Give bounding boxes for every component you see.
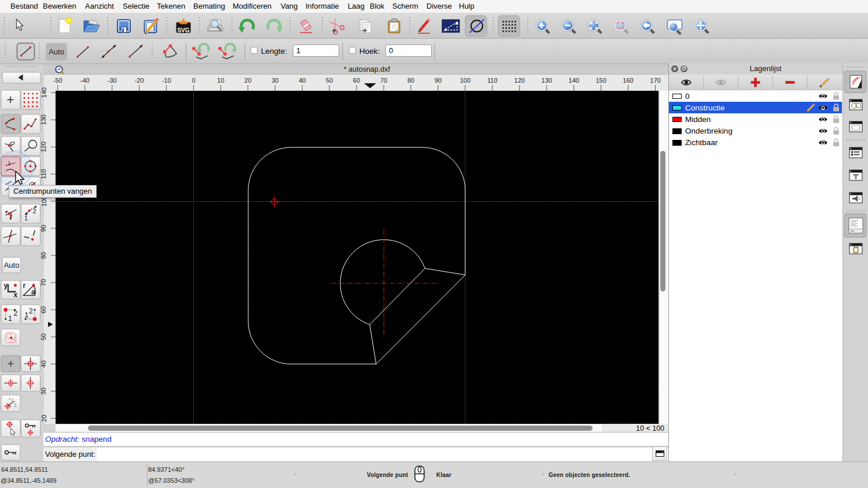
svg-text:1: 1: [25, 311, 29, 319]
svg-text:160: 160: [623, 77, 633, 84]
svg-text:2: 2: [29, 307, 33, 315]
svg-text:20: 20: [41, 415, 47, 422]
svg-text:SVG: SVG: [177, 27, 189, 34]
svg-text:r: r: [23, 282, 26, 290]
svg-text:40: 40: [41, 360, 47, 367]
svg-text:50: 50: [326, 77, 333, 84]
svg-text:-40: -40: [80, 77, 90, 84]
svg-text:110: 110: [487, 77, 498, 84]
svg-text:20: 20: [244, 77, 251, 84]
svg-text:30: 30: [271, 77, 278, 84]
svg-text:60: 60: [353, 77, 360, 84]
svg-text:70: 70: [380, 77, 387, 84]
svg-text:2: 2: [33, 208, 36, 215]
svg-text:1: 1: [24, 215, 28, 221]
svg-text:80: 80: [41, 252, 47, 259]
svg-text:90: 90: [435, 77, 442, 84]
svg-text:y: y: [4, 282, 8, 290]
svg-text:150: 150: [595, 77, 606, 84]
svg-text:10: 10: [217, 77, 224, 84]
svg-text:110: 110: [41, 169, 47, 179]
svg-text:-30: -30: [108, 77, 117, 84]
svg-text:130: 130: [542, 77, 552, 84]
svg-text:120: 120: [514, 77, 525, 84]
svg-text:-20: -20: [135, 77, 144, 84]
svg-text:130: 130: [41, 114, 47, 125]
svg-text:2: 2: [14, 309, 18, 317]
svg-text:60: 60: [41, 306, 47, 313]
svg-text:70: 70: [41, 279, 47, 286]
svg-text:0: 0: [192, 77, 195, 84]
svg-text:-50: -50: [53, 77, 62, 84]
svg-text:100: 100: [460, 77, 470, 84]
svg-text:Auto: Auto: [4, 261, 20, 269]
svg-text:Auto: Auto: [49, 47, 64, 56]
svg-text:140: 140: [569, 77, 579, 84]
svg-text:80: 80: [407, 77, 414, 84]
svg-text:Lagenlijst: Lagenlijst: [750, 64, 782, 73]
svg-text:30: 30: [41, 387, 47, 394]
svg-text:120: 120: [41, 142, 47, 152]
svg-text:90: 90: [41, 225, 47, 232]
svg-text:-10: -10: [162, 77, 171, 84]
svg-text:1: 1: [8, 315, 12, 323]
svg-text:50: 50: [41, 334, 47, 341]
svg-text:170: 170: [650, 77, 660, 84]
svg-text:40: 40: [299, 77, 306, 84]
svg-text:140: 140: [41, 87, 47, 98]
